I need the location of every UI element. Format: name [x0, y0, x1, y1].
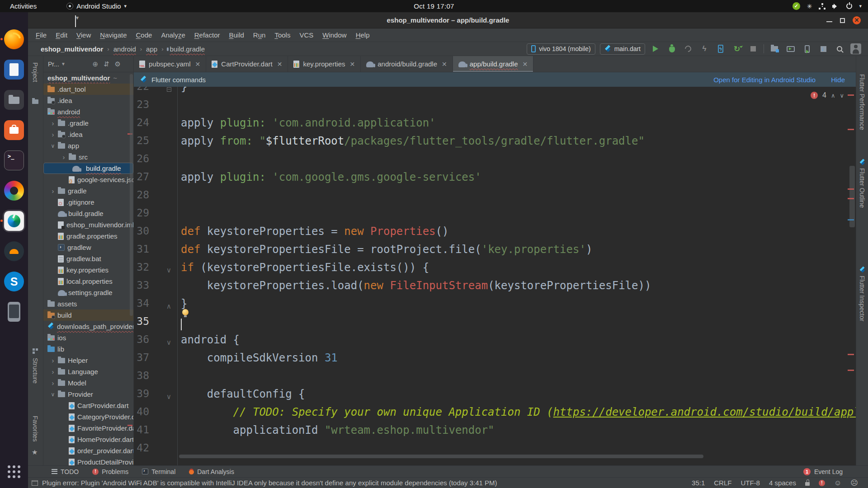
- device-selector[interactable]: vivo 1804 (mobile) ▼: [527, 43, 595, 55]
- tree-item-CategoryProvider.dart[interactable]: CategoryProvider.dart: [43, 411, 133, 422]
- code-line-28[interactable]: 28: [134, 189, 856, 207]
- tree-item-ios[interactable]: ios: [43, 332, 133, 343]
- close-button[interactable]: ✕: [853, 16, 861, 24]
- code-line-41[interactable]: 41 applicationId "wrteam.eshop.multivend…: [134, 424, 856, 442]
- close-icon[interactable]: ✕: [195, 61, 201, 68]
- search-everywhere-button[interactable]: [834, 43, 845, 54]
- hot-restart-button[interactable]: ↻: [731, 43, 743, 54]
- code-line-33[interactable]: 33 keystoreProperties.load(new FileInput…: [134, 279, 856, 297]
- code-line-36[interactable]: 36∨android {: [134, 333, 856, 352]
- tree-item-Model[interactable]: ›Model: [43, 377, 133, 389]
- tree-item-CartProvider.dart[interactable]: CartProvider.dart: [43, 400, 133, 411]
- code-line-27[interactable]: 27apply plugin: 'com.google.gms.google-s…: [134, 171, 856, 189]
- error-stripe-mark[interactable]: [848, 94, 854, 96]
- menu-navigate[interactable]: Navigate: [96, 30, 131, 40]
- tree-item-settings.gradle[interactable]: settings.gradle: [43, 287, 133, 298]
- volume-icon[interactable]: [832, 3, 840, 9]
- tool-strip-flutter-outline[interactable]: Flutter Outline: [859, 168, 866, 208]
- run-config-selector[interactable]: main.dart ▼: [600, 43, 645, 55]
- breadcrumb-eshop_multivendor[interactable]: eshop_multivendor: [41, 45, 103, 53]
- profile-button[interactable]: [682, 43, 694, 54]
- inspection-widget[interactable]: ! 4 ∧ ∨: [811, 91, 844, 99]
- attach-debugger-button[interactable]: [769, 43, 780, 54]
- tree-item-android[interactable]: android: [43, 106, 133, 117]
- file-encoding[interactable]: UTF-8: [741, 479, 760, 487]
- dock-android-studio[interactable]: [4, 211, 24, 231]
- tree-item-.dart_tool[interactable]: .dart_tool: [43, 84, 133, 95]
- profile-avatar-button[interactable]: [850, 43, 862, 54]
- tree-chevron-icon[interactable]: ›: [48, 187, 58, 195]
- tree-item-Provider[interactable]: ∨Provider: [43, 389, 133, 400]
- tab-pubspec.yaml[interactable]: pubspec.yaml✕: [134, 56, 206, 72]
- snowflake-indicator-icon[interactable]: ✳: [807, 3, 812, 10]
- tree-item-.idea[interactable]: ›.idea: [43, 129, 133, 140]
- tree-item-Language[interactable]: ›Language: [43, 366, 133, 377]
- menu-code[interactable]: Code: [132, 30, 156, 40]
- maximize-button[interactable]: [840, 18, 845, 23]
- tree-chevron-icon[interactable]: ›: [48, 119, 58, 127]
- project-panel-title[interactable]: Pr...: [48, 61, 59, 68]
- dock-terminal[interactable]: [4, 150, 24, 170]
- tool-strip-flutter-inspector[interactable]: Flutter Inspector: [859, 276, 866, 321]
- tool-strip-flutter-performance[interactable]: Flutter Performance: [859, 74, 866, 130]
- toolwindow-todo[interactable]: TODO: [52, 468, 79, 475]
- event-log-button[interactable]: 1 Event Log: [803, 468, 843, 475]
- apply-changes-button[interactable]: ϟ: [698, 43, 710, 54]
- tree-item-local.properties[interactable]: local.properties: [43, 276, 133, 287]
- code-line-23[interactable]: 23: [134, 99, 856, 117]
- menu-refactor[interactable]: Refactor: [190, 30, 224, 40]
- tool-strip-structure[interactable]: Structure: [32, 358, 39, 384]
- hide-banner-link[interactable]: Hide: [831, 76, 845, 84]
- editor-horizontal-scrollbar[interactable]: [179, 455, 703, 458]
- error-stripe-mark[interactable]: [848, 198, 854, 199]
- error-stripe-mark[interactable]: [848, 188, 854, 190]
- toolwindow-dart-analysis[interactable]: Dart Analysis: [189, 468, 234, 475]
- tree-item-gradle[interactable]: ›gradle: [43, 185, 133, 197]
- status-message[interactable]: Plugin error: Plugin 'Android WiFi ADB' …: [42, 479, 497, 487]
- network-icon[interactable]: [819, 3, 826, 9]
- tree-item-HomeProvider.dart[interactable]: HomeProvider.dart: [43, 434, 133, 445]
- device-mirror-button[interactable]: [785, 43, 797, 54]
- fold-collapse-icon[interactable]: ∧: [166, 297, 171, 315]
- tree-item-Helper[interactable]: ›Helper: [43, 355, 133, 366]
- happy-face-icon[interactable]: ☺: [834, 479, 841, 487]
- dock-android-emulator[interactable]: [4, 241, 24, 261]
- minimize-button[interactable]: [826, 21, 832, 22]
- error-indicator-icon[interactable]: !: [819, 480, 825, 486]
- tree-item-ProductDetailProvider.dart[interactable]: ProductDetailProvider.dart: [43, 456, 133, 465]
- clock[interactable]: Oct 19 17:07: [414, 2, 454, 10]
- window-titlebar[interactable]: eshop_multivendor – app/build.gradle ✕: [28, 12, 868, 28]
- close-icon[interactable]: ✕: [350, 61, 355, 68]
- tree-item-lib[interactable]: lib: [43, 343, 133, 355]
- code-editor[interactable]: 22}2324apply plugin: 'com.android.applic…: [134, 87, 856, 465]
- avd-manager-button[interactable]: [801, 43, 813, 54]
- error-stripe-mark[interactable]: [848, 370, 854, 371]
- tab-app/build.gradle[interactable]: app/build.gradle✕: [453, 56, 534, 72]
- tree-item-build.gradle[interactable]: build.gradle: [43, 163, 133, 174]
- tree-chevron-icon[interactable]: ›: [48, 368, 58, 375]
- error-stripe-mark[interactable]: [848, 129, 854, 130]
- code-line-29[interactable]: 29: [134, 207, 856, 225]
- info-stripe-mark[interactable]: [848, 219, 854, 221]
- debug-button[interactable]: [666, 43, 678, 54]
- close-icon[interactable]: ✕: [277, 61, 283, 68]
- breadcrumb-app[interactable]: app: [146, 45, 157, 53]
- code-line-22[interactable]: 22}: [134, 87, 856, 99]
- tree-chevron-icon[interactable]: ›: [48, 379, 58, 387]
- toolwindow-problems[interactable]: !Problems: [92, 468, 128, 475]
- prev-error-icon[interactable]: ∧: [831, 92, 835, 99]
- power-icon[interactable]: [846, 3, 852, 9]
- tree-chevron-icon[interactable]: ›: [48, 357, 58, 364]
- tool-strip-project[interactable]: Project: [32, 62, 39, 82]
- collapse-all-icon[interactable]: ⇵: [104, 60, 109, 68]
- menu-help[interactable]: Help: [352, 30, 374, 40]
- indent-setting[interactable]: 4 spaces: [769, 479, 796, 487]
- dock-ubuntu-software[interactable]: [4, 120, 24, 140]
- toolwindow-terminal[interactable]: Terminal: [142, 468, 175, 475]
- menu-analyze[interactable]: Analyze: [157, 30, 189, 40]
- tree-chevron-icon[interactable]: ›: [59, 153, 69, 161]
- dock-files[interactable]: [4, 90, 24, 110]
- code-line-38[interactable]: 38: [134, 370, 856, 388]
- close-icon[interactable]: ✕: [523, 61, 528, 68]
- panel-scrollbar[interactable]: [130, 74, 133, 316]
